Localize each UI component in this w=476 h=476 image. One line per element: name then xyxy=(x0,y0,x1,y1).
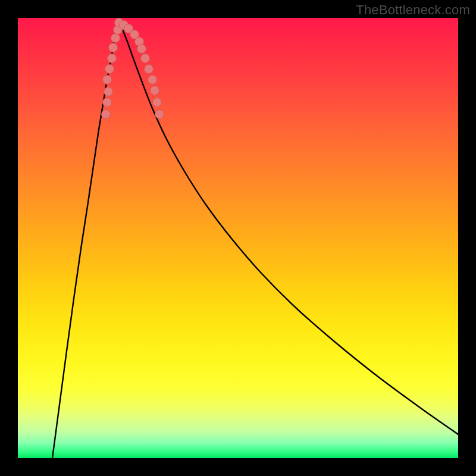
data-dot xyxy=(103,76,112,84)
data-dot xyxy=(151,86,159,95)
data-dot xyxy=(155,110,164,119)
data-dots xyxy=(102,18,164,119)
data-dot xyxy=(153,98,162,107)
data-dot xyxy=(141,54,150,63)
data-dot xyxy=(108,54,117,63)
data-dot xyxy=(105,65,114,74)
curve-layer xyxy=(18,18,458,458)
data-dot xyxy=(103,98,112,107)
plot-area xyxy=(18,18,458,458)
data-dot xyxy=(109,43,118,52)
data-dot xyxy=(102,110,111,119)
chart-stage: TheBottleneck.com xyxy=(0,0,476,476)
data-dot xyxy=(148,76,157,84)
data-dot xyxy=(137,45,146,54)
watermark-text: TheBottleneck.com xyxy=(356,2,470,18)
data-dot xyxy=(145,65,154,74)
curve-right-branch xyxy=(119,23,458,434)
data-dot xyxy=(104,87,113,96)
data-dot xyxy=(111,34,120,43)
